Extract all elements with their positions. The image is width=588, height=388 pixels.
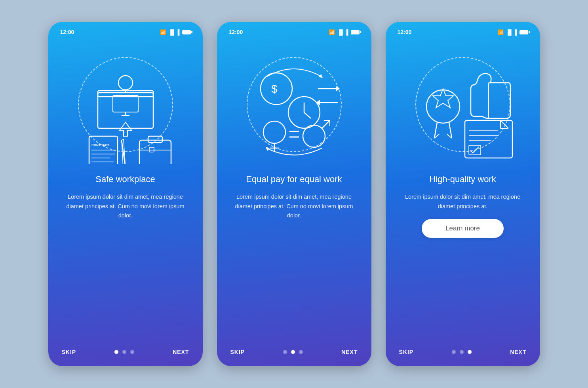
signal-icon-3: ▐▌▐ <box>506 29 517 35</box>
time-3: 12:00 <box>398 29 412 35</box>
status-bar-2: 12:00 📶 ▐▌▐ <box>226 29 362 35</box>
equal-pay-icon: $ <box>235 45 354 164</box>
skip-button-1[interactable]: SKIP <box>62 349 76 355</box>
status-bar-1: 12:00 📶 ▐▌▐ <box>58 29 193 35</box>
time-2: 12:00 <box>229 29 243 35</box>
text-area-2: Equal pay for equal work Lorem ipsum dol… <box>226 174 362 342</box>
svg-rect-17 <box>139 140 171 164</box>
screen-body-2: Lorem ipsum dolor sit dim amet, mea regi… <box>230 192 358 221</box>
next-button-2[interactable]: NEXT <box>341 349 358 355</box>
dot-3-2 <box>460 350 464 354</box>
dots-3 <box>452 350 472 354</box>
svg-marker-7 <box>120 122 131 136</box>
dot-2-3 <box>299 350 303 354</box>
svg-text:$: $ <box>271 83 278 95</box>
svg-marker-27 <box>336 86 340 91</box>
bottom-nav-1: SKIP NEXT <box>58 342 193 355</box>
wifi-icon: 📶 <box>160 29 166 35</box>
svg-rect-53 <box>469 145 481 155</box>
svg-text:CONTRACT: CONTRACT <box>91 143 109 147</box>
signal-icon: ▐▌▐ <box>169 29 180 35</box>
next-button-3[interactable]: NEXT <box>510 349 526 355</box>
svg-line-49 <box>500 120 508 128</box>
svg-rect-4 <box>113 95 138 112</box>
svg-line-25 <box>304 112 311 118</box>
signal-icon-2: ▐▌▐ <box>337 29 348 35</box>
bottom-nav-3: SKIP NEXT <box>395 342 531 355</box>
status-icons-3: 📶 ▐▌▐ <box>497 29 528 35</box>
dots-2 <box>283 350 303 354</box>
status-icons-2: 📶 ▐▌▐ <box>329 29 360 35</box>
screen-title-1: Safe workplace <box>62 174 189 185</box>
battery-icon <box>182 30 191 34</box>
svg-rect-19 <box>148 136 162 143</box>
phone-screen-1: 12:00 📶 ▐▌▐ CONTRACT <box>48 22 203 366</box>
svg-point-30 <box>263 121 285 143</box>
text-area-3: High-quality work Lorem ipsum dolor sit … <box>395 174 531 342</box>
high-quality-icon <box>403 45 522 164</box>
text-area-1: Safe workplace Lorem ipsum dolor sit dim… <box>58 174 193 342</box>
dot-3-1 <box>452 350 456 354</box>
status-bar-3: 12:00 📶 ▐▌▐ <box>395 29 531 35</box>
wifi-icon-2: 📶 <box>329 29 335 35</box>
bottom-nav-2: SKIP NEXT <box>226 342 362 355</box>
svg-marker-39 <box>319 74 323 78</box>
status-icons-1: 📶 ▐▌▐ <box>160 29 191 35</box>
svg-point-41 <box>426 90 460 123</box>
illustration-area-1: CONTRACT <box>58 39 193 170</box>
screen-title-3: High-quality work <box>399 174 527 185</box>
wifi-icon-3: 📶 <box>497 29 504 35</box>
phone-screen-3: 12:00 📶 ▐▌▐ <box>386 22 540 366</box>
svg-marker-40 <box>266 147 270 151</box>
skip-button-3[interactable]: SKIP <box>399 349 414 355</box>
battery-icon-3 <box>519 30 528 34</box>
safe-workplace-icon: CONTRACT <box>66 45 185 164</box>
dots-1 <box>114 350 134 354</box>
illustration-area-2: $ <box>226 39 362 170</box>
time-1: 12:00 <box>60 29 74 35</box>
learn-more-button[interactable]: Learn more <box>422 219 504 238</box>
svg-point-35 <box>303 125 325 147</box>
dot-1-2 <box>122 350 126 354</box>
skip-button-2[interactable]: SKIP <box>230 349 245 355</box>
screen-title-2: Equal pay for equal work <box>230 174 358 185</box>
screen-body-3: Lorem ipsum dolor sit dim amet, mea regi… <box>399 192 527 211</box>
svg-point-2 <box>118 76 133 90</box>
dot-1-3 <box>130 350 134 354</box>
phone-screen-2: 12:00 📶 ▐▌▐ $ <box>217 22 371 366</box>
battery-icon-2 <box>351 30 360 34</box>
dot-2-1 <box>283 350 287 354</box>
dot-1-1 <box>114 350 118 354</box>
dot-3-3 <box>468 350 472 354</box>
illustration-area-3 <box>395 39 531 170</box>
svg-line-36 <box>322 120 330 128</box>
screen-body-1: Lorem ipsum dolor sit dim amet, mea regi… <box>62 192 189 221</box>
next-button-1[interactable]: NEXT <box>173 349 189 355</box>
dot-2-2 <box>291 350 295 354</box>
